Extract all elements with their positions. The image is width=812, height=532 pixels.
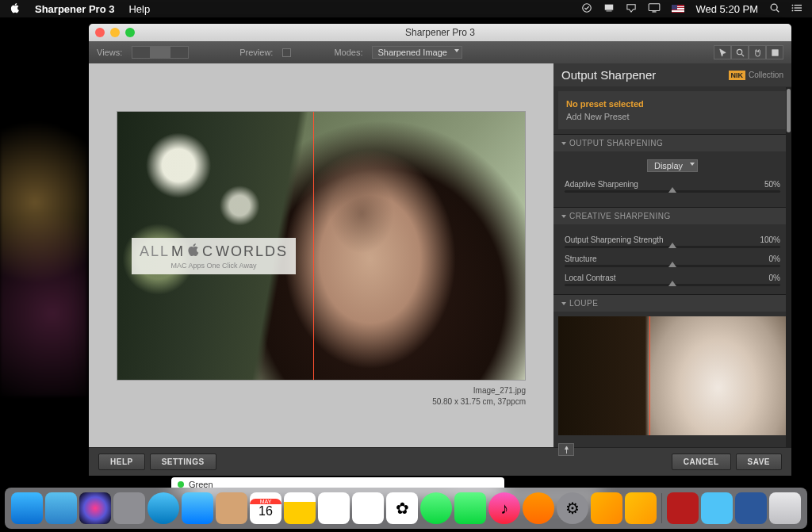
dock-ibooks-icon[interactable] — [523, 492, 554, 524]
dock-calendar-icon[interactable]: MAY16 — [250, 492, 282, 524]
preview-checkbox[interactable] — [282, 48, 291, 57]
image-preview[interactable]: ALL MC WORLDS MAC Apps One Click Away — [117, 111, 526, 381]
calendar-month: MAY — [250, 499, 282, 504]
dock-finder-icon[interactable] — [11, 492, 43, 524]
collapse-triangle-icon — [561, 302, 566, 305]
watermark: ALL MC WORLDS MAC Apps One Click Away — [132, 238, 296, 274]
dock-safari-icon[interactable] — [147, 492, 179, 524]
spotlight-icon[interactable] — [769, 2, 780, 16]
panel-title: Output Sharpener — [561, 68, 656, 82]
slider-handle[interactable] — [668, 243, 676, 248]
canvas-area: ALL MC WORLDS MAC Apps One Click Away Im… — [89, 63, 553, 447]
structure-slider[interactable] — [565, 265, 780, 267]
strength-slider[interactable] — [565, 246, 780, 248]
view-single-button[interactable] — [132, 46, 151, 59]
dock-mail-icon[interactable] — [182, 492, 213, 524]
add-preset-link[interactable]: Add New Preset — [566, 112, 779, 121]
window-titlebar[interactable]: Sharpener Pro 3 — [89, 24, 791, 41]
preset-status: No preset selected — [566, 99, 779, 109]
nik-label: Collection — [749, 71, 783, 79]
adaptive-slider[interactable] — [565, 190, 780, 193]
dock-contacts-icon[interactable] — [216, 492, 247, 524]
zoom-tool-button[interactable] — [731, 45, 749, 59]
svg-rect-4 — [653, 11, 657, 12]
dock-app-yellow1-icon[interactable] — [591, 492, 622, 524]
settings-button[interactable]: SETTINGS — [150, 454, 216, 470]
menubar-airplay-icon[interactable] — [626, 3, 637, 15]
svg-line-14 — [741, 54, 744, 56]
dock-downloads-icon[interactable] — [701, 492, 733, 524]
svg-point-5 — [771, 4, 777, 10]
watermark-apple-icon — [186, 243, 201, 261]
dropdown-arrow-icon — [454, 49, 459, 52]
svg-point-0 — [583, 3, 592, 12]
scrollbar-thumb[interactable] — [787, 89, 791, 132]
slider-label: Adaptive Sharpening — [565, 180, 638, 189]
apple-menu-icon[interactable] — [10, 2, 21, 16]
dock-photos-icon[interactable]: ✿ — [386, 492, 418, 524]
dock-app-yellow2-icon[interactable] — [625, 492, 657, 524]
view-side-button[interactable] — [170, 46, 189, 59]
preview-label: Preview: — [239, 48, 273, 57]
loupe-pin-button[interactable] — [558, 443, 574, 456]
slider-value: 50% — [764, 180, 780, 189]
view-split-button[interactable] — [151, 46, 170, 59]
slider-label: Local Contrast — [565, 274, 615, 282]
slider-value: 100% — [760, 235, 780, 244]
hand-tool-button[interactable] — [749, 45, 766, 59]
menubar-list-icon[interactable] — [791, 3, 802, 15]
dock-facetime-icon[interactable] — [454, 492, 486, 524]
loupe-image — [558, 316, 787, 435]
output-mode-select[interactable]: Display — [647, 159, 698, 172]
dock-messages-icon[interactable] — [420, 492, 452, 524]
section-header[interactable]: CREATIVE SHARPENING — [553, 208, 791, 224]
dock: MAY16 ✿ ♪ ⚙ — [5, 488, 807, 529]
section-title: CREATIVE SHARPENING — [569, 212, 671, 220]
dock-itunes-icon[interactable]: ♪ — [488, 492, 520, 524]
background-tool-button[interactable] — [766, 45, 783, 59]
menubar-help[interactable]: Help — [128, 3, 150, 15]
image-filename: Image_271.jpg — [117, 385, 526, 396]
split-divider[interactable] — [313, 112, 314, 380]
loupe-preview[interactable] — [558, 316, 787, 435]
nik-logo: NIK — [729, 71, 746, 80]
dock-reminders-icon[interactable] — [318, 492, 350, 524]
dock-calendar2-icon[interactable] — [352, 492, 384, 524]
help-button[interactable]: HELP — [98, 454, 145, 470]
menubar-notification-icon[interactable] — [603, 2, 615, 16]
svg-point-12 — [792, 10, 794, 11]
slider-handle[interactable] — [668, 187, 676, 193]
section-header[interactable]: OUTPUT SHARPENING — [553, 135, 791, 151]
svg-point-13 — [737, 49, 741, 54]
dock-siri-icon[interactable] — [79, 492, 111, 524]
dock-adobe-icon[interactable] — [667, 492, 699, 524]
watermark-text: C — [202, 243, 214, 260]
dock-launchpad-icon[interactable] — [113, 492, 145, 524]
right-panel: Output Sharpener NIK Collection No prese… — [553, 63, 791, 447]
dock-document-icon[interactable] — [735, 492, 767, 524]
menubar-app-name[interactable]: Sharpener Pro 3 — [35, 3, 114, 15]
slider-value: 0% — [769, 274, 780, 282]
section-loupe: LOUPE — [553, 294, 791, 459]
contrast-slider[interactable] — [565, 284, 780, 286]
panel-scrollbar[interactable] — [786, 87, 791, 447]
image-metadata: Image_271.jpg 50.80 x 31.75 cm, 37ppcm — [117, 385, 526, 408]
input-source-flag-icon[interactable] — [672, 5, 684, 13]
dock-trash-icon[interactable] — [769, 492, 801, 524]
mode-select[interactable]: Sharpened Image — [372, 46, 462, 59]
dock-preferences-icon[interactable]: ⚙ — [557, 492, 588, 524]
menubar-status-icon[interactable] — [581, 2, 592, 16]
watermark-subtitle: MAC Apps One Click Away — [171, 262, 257, 270]
dock-notes-icon[interactable] — [284, 492, 316, 524]
menubar-clock[interactable]: Wed 5:20 PM — [695, 3, 758, 15]
window-title: Sharpener Pro 3 — [89, 27, 791, 38]
menubar-display-icon[interactable] — [648, 3, 661, 15]
svg-point-11 — [792, 7, 794, 9]
slider-handle[interactable] — [668, 281, 676, 286]
views-label: Views: — [97, 48, 122, 57]
section-header[interactable]: LOUPE — [553, 295, 791, 312]
output-mode-value: Display — [654, 161, 683, 170]
slider-handle[interactable] — [668, 262, 676, 267]
select-tool-button[interactable] — [714, 45, 731, 59]
dock-appstore-icon[interactable] — [45, 492, 77, 524]
